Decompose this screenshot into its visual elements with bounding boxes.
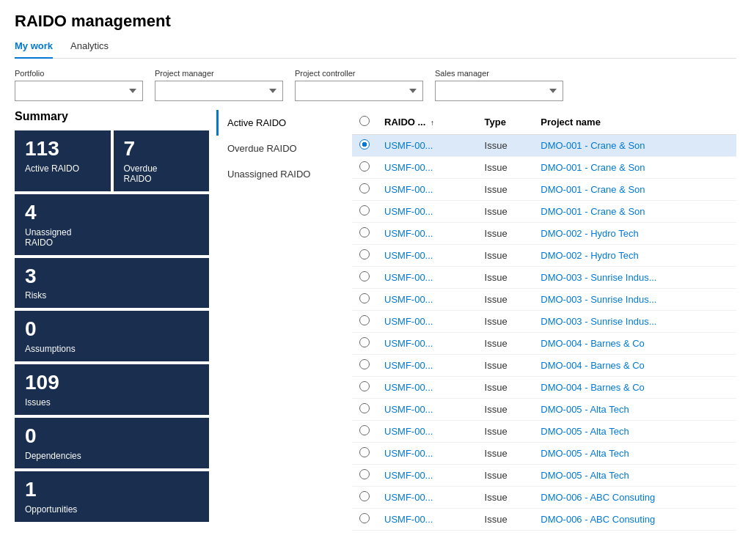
card-dependencies[interactable]: 0 Dependencies [15, 418, 209, 468]
table-row[interactable]: USMF-00...IssueDMO-003 - Sunrise Indus..… [352, 289, 736, 311]
radio-icon [359, 425, 370, 435]
table-cell-project[interactable]: DMO-006 - ABC Consuting [533, 487, 736, 509]
card-issues[interactable]: 109 Issues [15, 364, 209, 415]
table-row[interactable]: USMF-00...IssueDMO-003 - Sunrise Indus..… [352, 311, 736, 333]
table-cell-radio[interactable] [352, 421, 377, 443]
table-row[interactable]: USMF-00...IssueDMO-005 - Alta Tech [352, 399, 736, 421]
table-row[interactable]: USMF-00...IssueDMO-004 - Barnes & Co [352, 377, 736, 399]
table-cell-radio[interactable] [352, 201, 377, 223]
card-unassigned-raido[interactable]: 4 UnassignedRAIDO [15, 194, 209, 255]
tab-analytics[interactable]: Analytics [70, 36, 109, 59]
table-cell-radio[interactable] [352, 157, 377, 179]
table-row[interactable]: USMF-00...IssueDMO-002 - Hydro Tech [352, 245, 736, 267]
table-cell-raido-id[interactable]: USMF-00... [377, 421, 477, 443]
table-cell-radio[interactable] [352, 443, 377, 465]
table-row[interactable]: USMF-00...IssueDMO-003 - Sunrise Indus..… [352, 267, 736, 289]
col-header-raido-id[interactable]: RAIDO ... ↑ [377, 110, 477, 135]
table-cell-project[interactable]: DMO-003 - Sunrise Indus... [533, 311, 736, 333]
table-cell-radio[interactable] [352, 179, 377, 201]
summary-title: Summary [15, 110, 209, 123]
summary-row-4: 0 Assumptions [15, 311, 209, 361]
nav-overdue-raido[interactable]: Overdue RAIDO [216, 136, 345, 161]
table-cell-radio[interactable] [352, 135, 377, 157]
table-cell-project[interactable]: DMO-005 - Alta Tech [533, 421, 736, 443]
table-cell-radio[interactable] [352, 311, 377, 333]
card-overdue-raido[interactable]: 7 OverdueRAIDO [114, 130, 210, 191]
table-cell-raido-id[interactable]: USMF-00... [377, 135, 477, 157]
table-cell-project[interactable]: DMO-001 - Crane & Son [533, 135, 736, 157]
table-cell-raido-id[interactable]: USMF-00... [377, 443, 477, 465]
card-risks[interactable]: 3 Risks [15, 258, 209, 309]
card-assumptions[interactable]: 0 Assumptions [15, 311, 209, 361]
table-cell-raido-id[interactable]: USMF-00... [377, 355, 477, 377]
table-cell-radio[interactable] [352, 465, 377, 487]
table-cell-project[interactable]: DMO-002 - Hydro Tech [533, 223, 736, 245]
card-active-raido[interactable]: 113 Active RAIDO [15, 130, 111, 191]
table-row[interactable]: USMF-00...IssueDMO-001 - Crane & Son [352, 201, 736, 223]
table-cell-project[interactable]: DMO-004 - Barnes & Co [533, 355, 736, 377]
sort-arrow-icon: ↑ [431, 119, 434, 127]
portfolio-filter: Portfolio [15, 69, 143, 101]
table-cell-project[interactable]: DMO-004 - Barnes & Co [533, 333, 736, 355]
table-cell-radio[interactable] [352, 487, 377, 509]
table-cell-radio[interactable] [352, 223, 377, 245]
table-cell-raido-id[interactable]: USMF-00... [377, 245, 477, 267]
table-cell-raido-id[interactable]: USMF-00... [377, 487, 477, 509]
card-opportunities[interactable]: 1 Opportunities [15, 471, 209, 522]
project-controller-select[interactable] [295, 81, 423, 101]
table-cell-radio[interactable] [352, 509, 377, 531]
nav-active-raido[interactable]: Active RAIDO [216, 110, 345, 136]
project-manager-select[interactable] [155, 81, 283, 101]
radio-icon [359, 315, 370, 325]
table-cell-project[interactable]: DMO-001 - Crane & Son [533, 179, 736, 201]
table-cell-raido-id[interactable]: USMF-00... [377, 267, 477, 289]
table-cell-radio[interactable] [352, 245, 377, 267]
table-cell-radio[interactable] [352, 399, 377, 421]
table-cell-project[interactable]: DMO-001 - Crane & Son [533, 201, 736, 223]
col-header-project-name: Project name [533, 110, 736, 135]
table-cell-raido-id[interactable]: USMF-00... [377, 223, 477, 245]
table-cell-project[interactable]: DMO-006 - ABC Consuting [533, 509, 736, 531]
table-cell-project[interactable]: DMO-002 - Hydro Tech [533, 245, 736, 267]
portfolio-select[interactable] [15, 81, 143, 101]
table-cell-raido-id[interactable]: USMF-00... [377, 157, 477, 179]
table-cell-radio[interactable] [352, 267, 377, 289]
table-row[interactable]: USMF-00...IssueDMO-005 - Alta Tech [352, 465, 736, 487]
table-cell-project[interactable]: DMO-004 - Barnes & Co [533, 377, 736, 399]
table-cell-radio[interactable] [352, 333, 377, 355]
table-cell-raido-id[interactable]: USMF-00... [377, 465, 477, 487]
table-row[interactable]: USMF-00...IssueDMO-005 - Alta Tech [352, 421, 736, 443]
table-row[interactable]: USMF-00...IssueDMO-004 - Barnes & Co [352, 355, 736, 377]
table-cell-type: Issue [477, 487, 534, 509]
table-cell-raido-id[interactable]: USMF-00... [377, 509, 477, 531]
card-issues-label: Issues [25, 397, 199, 408]
table-cell-raido-id[interactable]: USMF-00... [377, 311, 477, 333]
table-row[interactable]: USMF-00...IssueDMO-001 - Crane & Son [352, 135, 736, 157]
table-cell-radio[interactable] [352, 355, 377, 377]
sales-manager-select[interactable] [435, 81, 563, 101]
table-cell-raido-id[interactable]: USMF-00... [377, 201, 477, 223]
table-cell-project[interactable]: DMO-005 - Alta Tech [533, 443, 736, 465]
tab-my-work[interactable]: My work [15, 36, 53, 59]
table-row[interactable]: USMF-00...IssueDMO-001 - Crane & Son [352, 179, 736, 201]
table-row[interactable]: USMF-00...IssueDMO-005 - Alta Tech [352, 443, 736, 465]
table-cell-project[interactable]: DMO-005 - Alta Tech [533, 465, 736, 487]
table-cell-raido-id[interactable]: USMF-00... [377, 333, 477, 355]
table-cell-raido-id[interactable]: USMF-00... [377, 377, 477, 399]
table-row[interactable]: USMF-00...IssueDMO-006 - ABC Consuting [352, 487, 736, 509]
table-cell-radio[interactable] [352, 289, 377, 311]
table-cell-raido-id[interactable]: USMF-00... [377, 399, 477, 421]
table-cell-raido-id[interactable]: USMF-00... [377, 179, 477, 201]
table-cell-project[interactable]: DMO-001 - Crane & Son [533, 157, 736, 179]
table-row[interactable]: USMF-00...IssueDMO-004 - Barnes & Co [352, 333, 736, 355]
table-cell-radio[interactable] [352, 377, 377, 399]
table-cell-project[interactable]: DMO-003 - Sunrise Indus... [533, 289, 736, 311]
table-cell-project[interactable]: DMO-005 - Alta Tech [533, 399, 736, 421]
table-row[interactable]: USMF-00...IssueDMO-006 - ABC Consuting [352, 509, 736, 531]
table-row[interactable]: USMF-00...IssueDMO-001 - Crane & Son [352, 157, 736, 179]
table-row[interactable]: USMF-00...IssueDMO-002 - Hydro Tech [352, 223, 736, 245]
nav-unassigned-raido[interactable]: Unassigned RAIDO [216, 161, 345, 187]
table-cell-project[interactable]: DMO-003 - Sunrise Indus... [533, 267, 736, 289]
table-cell-raido-id[interactable]: USMF-00... [377, 289, 477, 311]
card-opportunities-number: 1 [25, 479, 199, 501]
